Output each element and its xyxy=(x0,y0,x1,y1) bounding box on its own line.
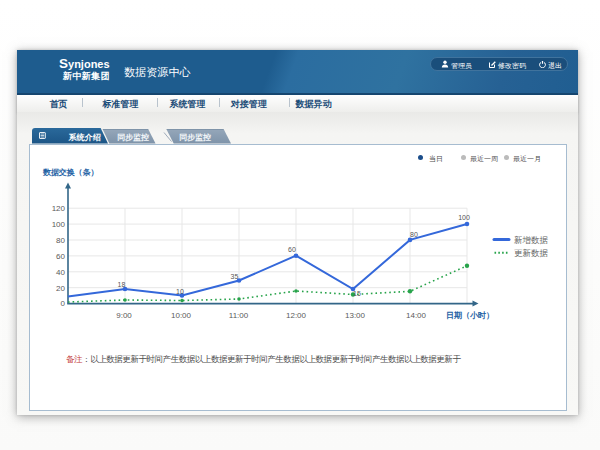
svg-text:10:00: 10:00 xyxy=(171,311,192,320)
svg-text:20: 20 xyxy=(56,284,65,293)
svg-text:10: 10 xyxy=(176,288,184,295)
svg-text:13:00: 13:00 xyxy=(345,311,366,320)
svg-text:12:00: 12:00 xyxy=(286,311,307,320)
svg-text:60: 60 xyxy=(56,252,65,261)
svg-text:新增数据: 新增数据 xyxy=(514,235,549,245)
svg-text:40: 40 xyxy=(56,268,65,277)
svg-text:80: 80 xyxy=(56,236,65,245)
svg-text:14:00: 14:00 xyxy=(406,311,427,320)
svg-text:9:00: 9:00 xyxy=(116,311,132,320)
svg-text:100: 100 xyxy=(458,214,470,221)
svg-text:0: 0 xyxy=(61,299,66,308)
svg-text:100: 100 xyxy=(52,220,66,229)
svg-text:120: 120 xyxy=(52,204,66,213)
svg-text:60: 60 xyxy=(288,246,296,253)
svg-text:15: 15 xyxy=(353,290,361,297)
svg-text:11:00: 11:00 xyxy=(229,311,249,320)
svg-text:18: 18 xyxy=(118,281,126,288)
svg-text:更新数据: 更新数据 xyxy=(514,248,549,258)
svg-text:35: 35 xyxy=(231,273,239,280)
svg-text:80: 80 xyxy=(410,231,418,238)
